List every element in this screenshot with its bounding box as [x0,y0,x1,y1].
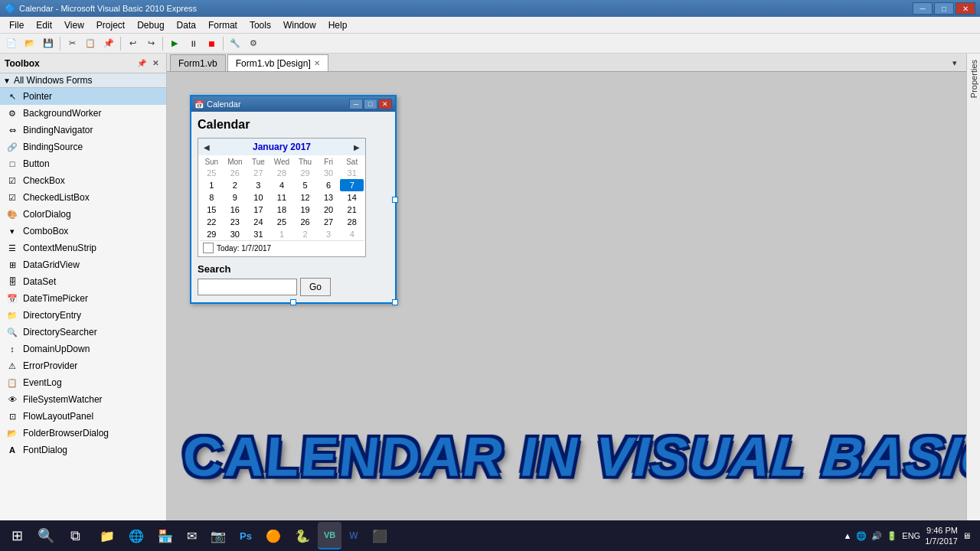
resize-handle-bottom-right[interactable] [392,299,398,305]
show-hidden-icon[interactable]: ▲ [843,531,851,540]
taskbar-vb[interactable]: VB [318,522,341,549]
toolbox-item-flowlayoutpanel[interactable]: ⊡ FlowLayoutPanel [0,408,166,425]
maximize-button[interactable]: □ [934,2,954,15]
menu-view[interactable]: View [58,18,90,32]
cal-day-27[interactable]: 27 [317,216,341,228]
tb-new[interactable]: 📄 [3,35,20,52]
battery-icon[interactable]: 🔋 [887,531,897,541]
toolbox-close-button[interactable]: ✕ [149,57,162,70]
toolbox-item-bindingsource[interactable]: 🔗 BindingSource [0,139,166,155]
cal-day-11[interactable]: 11 [270,191,294,204]
cal-day-1next[interactable]: 1 [270,228,294,240]
start-button[interactable]: ⊞ [3,522,31,549]
form-close-button[interactable]: ✕ [378,99,392,109]
toolbox-item-fontdialog[interactable]: A FontDialog [0,442,166,458]
menu-file[interactable]: File [3,18,30,32]
menu-data[interactable]: Data [171,18,202,32]
taskbar-browser[interactable]: 🌐 [122,522,150,549]
tb-pause[interactable]: ⏸ [185,35,201,52]
cal-day-26prev[interactable]: 26 [224,167,247,179]
tb-stop[interactable]: ⏹ [203,35,220,52]
toolbox-item-backgroundworker[interactable]: ⚙ BackgroundWorker [0,105,166,122]
tab-dropdown-button[interactable]: ▾ [946,54,963,71]
form-maximize-button[interactable]: □ [364,99,377,109]
toolbox-item-domainupdown[interactable]: ↕ DomainUpDown [0,341,166,357]
toolbox-item-filesystemwatcher[interactable]: 👁 FileSystemWatcher [0,391,166,408]
tb-extra2[interactable]: ⚙ [245,35,262,52]
tab-form1vb-design[interactable]: Form1.vb [Design] ✕ [227,54,328,71]
toolbox-item-pointer[interactable]: ↖ Pointer [0,88,166,105]
calendar-prev-button[interactable]: ◀ [201,142,212,152]
taskbar-file-explorer[interactable]: 📁 [93,522,121,549]
toolbox-item-eventlog[interactable]: 📋 EventLog [0,374,166,391]
cal-day-4[interactable]: 4 [270,179,294,191]
cal-day-7-selected[interactable]: 7 [340,179,364,191]
minimize-button[interactable]: ─ [913,2,933,15]
toolbox-item-folderbrowserdialog[interactable]: 📂 FolderBrowserDialog [0,425,166,442]
close-button[interactable]: ✕ [956,2,975,15]
toolbox-item-checkedlistbox[interactable]: ☑ CheckedListBox [0,189,166,206]
cal-day-26[interactable]: 26 [293,216,317,228]
cal-day-27prev[interactable]: 27 [247,167,270,179]
resize-handle-right[interactable] [392,197,398,203]
taskbar-chrome[interactable]: 🟠 [260,522,287,549]
cal-day-31prev[interactable]: 31 [340,167,364,179]
cal-day-20[interactable]: 20 [317,204,341,216]
search-input[interactable] [198,279,297,295]
desktop-button[interactable]: 🖥 [962,531,971,540]
menu-edit[interactable]: Edit [30,18,58,32]
toolbox-item-bindingnavigator[interactable]: ⇔ BindingNavigator [0,122,166,139]
toolbox-item-combobox[interactable]: ▾ ComboBox [0,223,166,240]
network-icon[interactable]: 🌐 [856,531,867,541]
cal-day-15[interactable]: 15 [200,204,224,216]
tb-save[interactable]: 💾 [40,35,57,52]
calendar-month-label[interactable]: January 2017 [253,142,311,152]
tb-redo[interactable]: ↪ [142,35,159,52]
cal-day-3[interactable]: 3 [247,179,270,191]
toolbox-item-dataset[interactable]: 🗄 DataSet [0,273,166,290]
cal-day-28[interactable]: 28 [340,216,364,228]
toolbox-item-button[interactable]: □ Button [0,155,166,172]
cal-day-19[interactable]: 19 [293,204,317,216]
toolbox-item-contextmenustrip[interactable]: ☰ ContextMenuStrip [0,240,166,256]
menu-help[interactable]: Help [322,18,354,32]
tb-cut[interactable]: ✂ [64,35,80,52]
cal-day-31[interactable]: 31 [247,228,270,240]
cal-day-23[interactable]: 23 [224,216,247,228]
cal-day-14[interactable]: 14 [340,191,364,204]
cal-day-18[interactable]: 18 [270,204,294,216]
menu-debug[interactable]: Debug [131,18,170,32]
taskbar-store[interactable]: 🏪 [152,522,179,549]
cal-day-21[interactable]: 21 [340,204,364,216]
taskbar-python[interactable]: 🐍 [289,522,316,549]
cal-day-29[interactable]: 29 [200,228,224,240]
toolbox-item-colordialog[interactable]: 🎨 ColorDialog [0,206,166,223]
taskbar-photo[interactable]: 📷 [204,522,232,549]
cal-day-12[interactable]: 12 [293,191,317,204]
cal-day-29prev[interactable]: 29 [293,167,317,179]
search-button[interactable]: 🔍 [32,522,60,549]
toolbox-item-datagridview[interactable]: ⊞ DataGridView [0,256,166,273]
cal-day-30[interactable]: 30 [224,228,247,240]
cal-day-30prev[interactable]: 30 [317,167,341,179]
cal-day-25[interactable]: 25 [270,216,294,228]
cal-day-17[interactable]: 17 [247,204,270,216]
cal-day-3next[interactable]: 3 [317,228,341,240]
tab-form1vb[interactable]: Form1.vb [170,54,226,71]
taskbar-mail[interactable]: ✉ [181,522,203,549]
taskbar-word[interactable]: W [343,522,364,549]
toolbox-item-directorysearcher[interactable]: 🔍 DirectorySearcher [0,324,166,341]
toolbox-item-checkbox[interactable]: ☑ CheckBox [0,172,166,189]
tb-extra1[interactable]: 🔧 [227,35,243,52]
calendar-next-button[interactable]: ▶ [351,142,362,152]
menu-window[interactable]: Window [277,18,322,32]
cal-day-1[interactable]: 1 [200,179,224,191]
menu-project[interactable]: Project [90,18,131,32]
tb-open[interactable]: 📂 [21,35,38,52]
cal-day-16[interactable]: 16 [224,204,247,216]
task-view-button[interactable]: ⧉ [61,522,89,549]
cal-day-2[interactable]: 2 [224,179,247,191]
cal-day-28prev[interactable]: 28 [270,167,294,179]
toolbox-item-errorprovider[interactable]: ⚠ ErrorProvider [0,357,166,374]
tb-copy[interactable]: 📋 [82,35,99,52]
